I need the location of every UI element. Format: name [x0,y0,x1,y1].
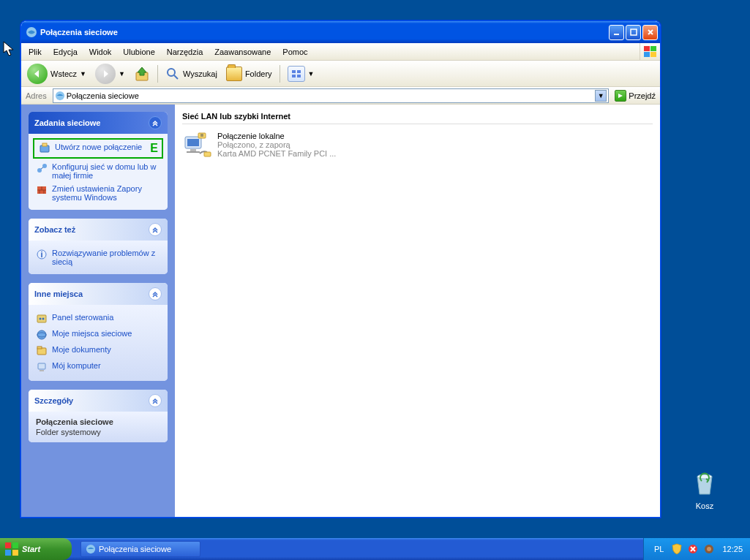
svg-line-19 [41,167,43,169]
svg-rect-45 [5,542,11,548]
taskbar: Start Połączenia sieciowe PL 12:25 [0,538,750,560]
up-button[interactable] [131,64,153,83]
views-icon [288,66,305,82]
svg-rect-43 [204,152,211,156]
task-network-troubleshooting[interactable]: i Rozwiązywanie problemów z siecią [36,246,160,268]
collapse-button[interactable] [149,223,162,236]
collapse-button[interactable] [149,116,162,129]
svg-rect-47 [5,550,11,556]
network-setup-icon [36,162,48,174]
link-my-computer[interactable]: Mój komputer [36,359,160,375]
address-value: Połączenia sieciowe [67,91,139,100]
clock[interactable]: 12:25 [719,545,743,553]
svg-rect-10 [292,70,296,73]
task-create-new-connection[interactable]: Utwórz nowe połączenie [36,141,146,156]
svg-rect-37 [187,139,199,146]
svg-rect-12 [292,75,296,77]
recycle-bin[interactable]: Kosz [683,469,727,510]
link-my-documents[interactable]: Moje dokumenty [36,343,160,359]
network-places-icon [36,329,48,341]
folders-icon [226,67,242,81]
address-dropdown-button[interactable]: ▼ [595,90,607,102]
collapse-button[interactable] [149,287,162,300]
menu-favorites[interactable]: Ulubione [117,43,160,60]
start-button[interactable]: Start [0,538,72,560]
forward-button[interactable]: ▼ [92,62,128,86]
chevron-down-icon: ▼ [119,70,125,77]
window-title: Połączenia sieciowe [40,28,609,37]
chevron-down-icon: ▼ [308,70,315,77]
toolbar: Wstecz ▼ ▼ Wyszukaj Foldery ▼ [21,61,660,87]
svg-point-30 [37,330,46,339]
link-control-panel[interactable]: Panel sterowania [36,311,160,327]
new-connection-icon [39,143,50,154]
error-shield-icon[interactable] [687,543,699,555]
svg-rect-16 [42,143,47,146]
content-area: Sieć LAN lub szybki Internet [175,105,660,517]
mouse-cursor [3,41,16,57]
explorer-window: Połączenia sieciowe Plik Edycja Widok Ul… [20,20,661,518]
minimize-button[interactable] [609,25,624,40]
titlebar[interactable]: Połączenia sieciowe [21,21,660,43]
svg-rect-11 [297,70,301,73]
info-icon: i [36,249,48,260]
panel-title: Inne miejsca [34,290,83,298]
computer-icon [36,361,48,373]
connection-local-area[interactable]: Połączenie lokalne Połączono, z zaporą K… [182,132,653,162]
link-my-network-places[interactable]: Moje miejsca sieciowe [36,327,160,343]
windows-logo-icon [4,542,19,556]
task-home-network-setup[interactable]: Konfiguruj sieć w domu lub w małej firmi… [36,160,160,182]
go-label: Przejdź [629,91,656,100]
toolbar-separator [157,65,158,83]
menu-help[interactable]: Pomoc [277,43,313,60]
maximize-button[interactable] [626,25,641,40]
svg-rect-6 [650,52,656,57]
menu-file[interactable]: Plik [23,43,48,60]
network-connections-icon [55,91,65,101]
go-button[interactable]: Przejdź [612,88,659,103]
taskbar-task-network-connections[interactable]: Połączenia sieciowe [80,541,200,557]
link-label: Moje dokumenty [52,345,111,354]
svg-rect-33 [37,347,42,349]
task-firewall-settings[interactable]: Zmień ustawienia Zapory systemu Windows [36,182,160,204]
network-connections-icon [86,544,96,554]
highlighted-task: Utwórz nowe połączenie E [33,138,163,159]
back-button[interactable]: Wstecz ▼ [24,62,89,86]
svg-rect-35 [40,370,44,371]
windows-flag-icon[interactable] [640,43,660,60]
collapse-button[interactable] [149,394,162,407]
task-label: Rozwiązywanie problemów z siecią [52,249,160,266]
panel-header[interactable]: Zobacz też [29,219,168,241]
panel-header[interactable]: Inne miejsca [29,283,168,305]
documents-icon [36,345,48,357]
menu-advanced[interactable]: Zaawansowane [209,43,277,60]
svg-rect-34 [38,363,45,369]
panel-title: Szczegóły [34,396,73,405]
lan-connection-icon [182,132,213,162]
security-shield-icon[interactable] [671,543,683,555]
language-indicator[interactable]: PL [651,545,667,553]
address-input[interactable]: Połączenia sieciowe ▼ [53,88,610,103]
panel-header[interactable]: Szczegóły [29,390,168,412]
menu-tools[interactable]: Narzędzia [161,43,209,60]
menubar: Plik Edycja Widok Ulubione Narzędzia Zaa… [21,43,660,61]
task-label: Utwórz nowe połączenie [55,143,142,151]
task-label: Konfiguruj sieć w domu lub w małej firmi… [52,162,160,180]
menu-view[interactable]: Widok [83,43,118,60]
search-button[interactable]: Wyszukaj [162,65,220,83]
close-button[interactable] [642,25,658,40]
folders-button[interactable]: Foldery [223,65,275,83]
firewall-icon [36,184,48,196]
folders-label: Foldery [245,69,272,78]
views-button[interactable]: ▼ [285,64,318,83]
control-panel-icon [36,313,48,325]
chevron-down-icon: ▼ [80,70,86,77]
volume-icon[interactable] [703,543,715,555]
search-label: Wyszukaj [183,69,217,78]
address-bar: Adres Połączenia sieciowe ▼ Przejdź [21,87,660,105]
detail-subtitle: Folder systemowy [36,428,160,436]
panel-header[interactable]: Zadania sieciowe [29,112,168,134]
svg-rect-27 [37,315,46,322]
highlight-letter: E [150,142,160,155]
menu-edit[interactable]: Edycja [48,43,83,60]
